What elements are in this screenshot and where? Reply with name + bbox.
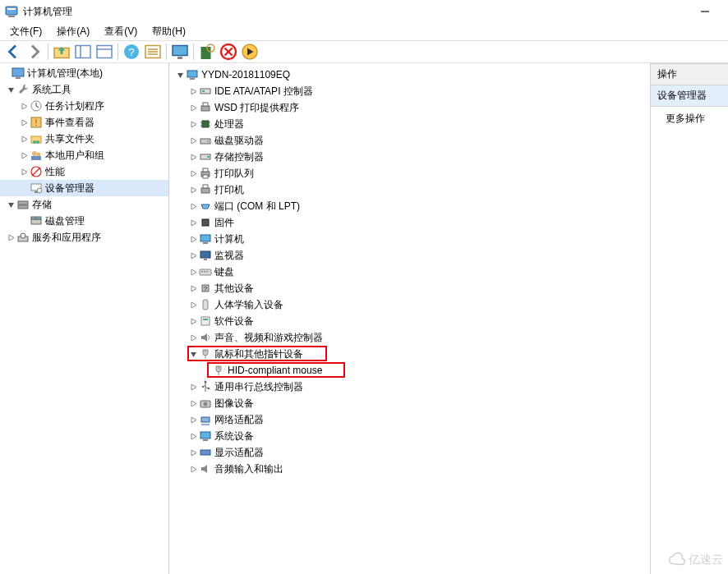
chevron-right-icon[interactable] [187,102,199,113]
device-label: 打印机 [214,183,247,197]
device-node-computer-root[interactable]: YYDN-20181109EQ [169,67,650,83]
svg-rect-7 [97,46,112,58]
device-node-ports[interactable]: 端口 (COM 和 LPT) [169,198,650,214]
menu-view[interactable]: 查看(V) [98,23,144,40]
chevron-right-icon[interactable] [187,250,199,261]
tree-node-system-tools[interactable]: 系统工具 [0,81,168,98]
forward-button[interactable] [25,42,44,62]
toolbar-separator [48,44,48,60]
device-node-display[interactable]: 显示适配器 [169,444,650,461]
chevron-right-icon[interactable] [18,149,30,161]
device-node-wsd[interactable]: WSD 打印提供程序 [169,99,650,116]
device-node-system-dev[interactable]: 系统设备 [169,428,650,444]
chevron-right-icon[interactable] [187,85,199,97]
tree-node-storage[interactable]: 存储 [0,196,168,213]
device-node-computer[interactable]: 计算机 [169,231,650,247]
chevron-right-icon[interactable] [18,166,30,177]
chevron-right-icon[interactable] [187,118,199,130]
device-node-hid-mouse[interactable]: HID-compliant mouse [169,362,650,379]
chevron-down-icon[interactable] [187,348,199,360]
tree-node-performance[interactable]: 性能 [0,163,168,180]
chevron-right-icon[interactable] [187,397,199,409]
scan-hardware-button[interactable] [197,42,217,62]
device-node-software-dev[interactable]: 软件设备 [169,313,650,329]
monitor-icon[interactable] [170,42,190,62]
device-node-printers[interactable]: 打印机 [169,181,650,198]
tree-node-task-scheduler[interactable]: 任务计划程序 [0,98,168,114]
tree-node-disk-mgmt[interactable]: 磁盘管理 [0,213,168,229]
svg-rect-77 [203,300,208,310]
chevron-right-icon[interactable] [187,315,199,327]
back-button[interactable] [3,42,23,62]
twisty-icon[interactable] [0,67,12,79]
show-hide-tree-button[interactable] [73,42,93,62]
device-node-storage-ctrl[interactable]: 存储控制器 [169,149,650,165]
chevron-right-icon[interactable] [187,332,199,343]
mouse-icon [199,347,212,360]
device-node-ide[interactable]: IDE ATA/ATAPI 控制器 [169,83,650,99]
svg-rect-70 [204,259,207,260]
device-tree-panel[interactable]: YYDN-20181109EQ IDE ATA/ATAPI 控制器 WSD 打印… [169,63,651,574]
device-node-print-queue[interactable]: 打印队列 [169,165,650,181]
chevron-right-icon[interactable] [18,117,30,128]
up-folder-button[interactable] [52,42,71,62]
disable-play-button[interactable] [240,42,260,62]
tree-node-shared-folders[interactable]: 共享文件夹 [0,131,168,147]
chevron-right-icon[interactable] [187,200,199,212]
actions-more[interactable]: 更多操作 [651,107,728,131]
tree-node-local-users[interactable]: 本地用户和组 [0,147,168,163]
chevron-right-icon[interactable] [5,232,16,243]
device-node-firmware[interactable]: 固件 [169,214,650,231]
device-node-mouse-category[interactable]: 鼠标和其他指针设备 [169,346,650,362]
chevron-right-icon[interactable] [187,463,199,475]
chevron-right-icon[interactable] [187,217,199,228]
chevron-right-icon[interactable] [187,414,199,425]
minimize-button[interactable] [687,0,723,23]
chevron-right-icon[interactable] [187,447,199,458]
chevron-right-icon[interactable] [187,184,199,195]
device-node-disk-drives[interactable]: 磁盘驱动器 [169,132,650,149]
device-node-hid[interactable]: 人体学输入设备 [169,296,650,313]
tree-node-event-viewer[interactable]: ! 事件查看器 [0,114,168,131]
chevron-right-icon[interactable] [187,168,199,179]
device-node-network[interactable]: 网络适配器 [169,411,650,428]
chevron-right-icon[interactable] [187,233,199,245]
left-navigation-tree[interactable]: 计算机管理(本地) 系统工具 任务计划程序 ! 事件查看器 共享文件夹 本地用户… [0,63,169,574]
tree-node-device-manager[interactable]: 设备管理器 [0,180,168,196]
chevron-down-icon[interactable] [174,69,186,80]
chevron-right-icon[interactable] [187,135,199,146]
menu-help[interactable]: 帮助(H) [145,23,192,40]
chevron-down-icon[interactable] [5,84,16,95]
menu-file[interactable]: 文件(F) [3,23,48,40]
device-node-sound[interactable]: 声音、视频和游戏控制器 [169,329,650,346]
properties-button[interactable] [94,42,114,62]
device-node-audio-io[interactable]: 音频输入和输出 [169,461,650,477]
device-node-imaging[interactable]: 图像设备 [169,395,650,411]
list-button[interactable] [143,42,163,62]
device-node-usb[interactable]: 通用串行总线控制器 [169,379,650,395]
chevron-right-icon[interactable] [187,282,199,294]
tree-node-services-apps[interactable]: 服务和应用程序 [0,229,168,246]
chevron-right-icon[interactable] [187,381,199,393]
chevron-right-icon[interactable] [18,100,30,112]
chevron-right-icon[interactable] [187,430,199,442]
chevron-right-icon[interactable] [187,299,199,310]
uninstall-button[interactable] [219,42,238,62]
menu-action[interactable]: 操作(A) [50,23,96,40]
other-device-icon: ? [199,282,212,295]
device-label: 监视器 [214,249,247,263]
device-node-other[interactable]: ?其他设备 [169,280,650,296]
svg-rect-89 [200,432,210,439]
device-node-keyboards[interactable]: 键盘 [169,264,650,280]
chevron-down-icon[interactable] [5,199,16,210]
tree-node-root[interactable]: 计算机管理(本地) [0,65,168,81]
device-node-monitors[interactable]: 监视器 [169,247,650,264]
help-button[interactable]: ? [122,42,141,62]
title-bar: 计算机管理 [0,0,728,23]
chevron-right-icon[interactable] [18,133,30,145]
chevron-right-icon[interactable] [187,151,199,163]
actions-panel: 操作 设备管理器 更多操作 [651,63,728,574]
chevron-right-icon[interactable] [187,266,199,278]
svg-rect-63 [203,175,208,178]
device-node-cpu[interactable]: 处理器 [169,116,650,132]
